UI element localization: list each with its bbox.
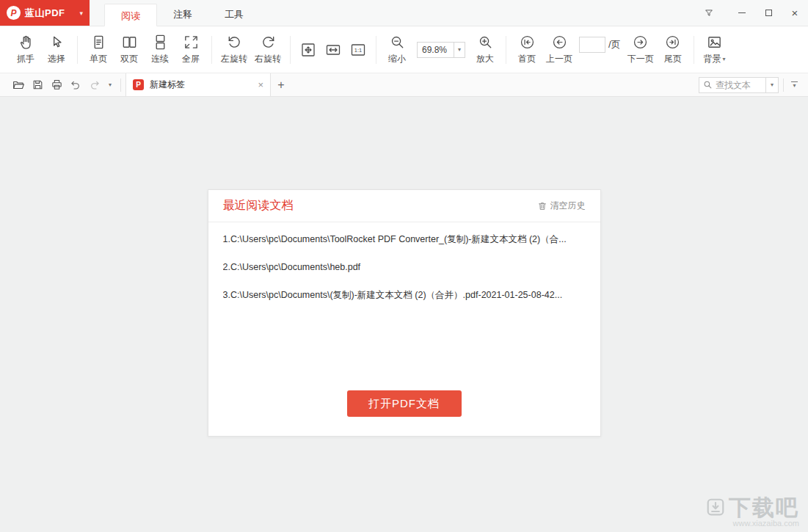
prev-page-button[interactable]: 上一页 xyxy=(542,34,576,65)
fit-width-button[interactable] xyxy=(321,41,346,59)
minimize-button[interactable] xyxy=(729,0,755,26)
watermark-url: www.xiazaiba.com xyxy=(706,519,799,528)
redo-button[interactable] xyxy=(85,73,104,96)
select-tool-label: 选择 xyxy=(48,53,65,65)
app-name: 蓝山PDF xyxy=(25,7,65,20)
toolbar-separator xyxy=(506,36,506,64)
save-button[interactable] xyxy=(28,73,47,96)
close-tab-icon[interactable]: × xyxy=(258,80,263,90)
fit-width-icon xyxy=(324,41,342,59)
prev-page-icon xyxy=(551,34,568,51)
background-image-icon xyxy=(706,34,723,51)
app-logo-button[interactable]: P 蓝山PDF ▾ xyxy=(0,0,90,26)
fit-page-icon xyxy=(299,41,317,59)
hand-tool-button[interactable]: 抓手 xyxy=(10,34,41,65)
continuous-pages-icon xyxy=(152,34,169,51)
app-menu-caret-icon: ▾ xyxy=(79,10,83,17)
first-page-button[interactable]: 首页 xyxy=(512,34,542,65)
clear-history-button[interactable]: 清空历史 xyxy=(537,200,586,212)
one-to-one-text: 1:1 xyxy=(354,47,362,54)
toolbar-separator xyxy=(290,36,291,64)
redo-icon xyxy=(89,79,101,91)
zoom-out-button[interactable]: 缩小 xyxy=(382,34,412,65)
filter-menu-button[interactable] xyxy=(694,0,724,26)
continuous-view-label: 连续 xyxy=(151,53,169,65)
page-number-input[interactable] xyxy=(579,37,605,53)
tabbar-separator xyxy=(120,79,121,92)
double-page-icon xyxy=(121,34,138,51)
fit-page-button[interactable] xyxy=(296,41,321,59)
new-tab-button[interactable]: + xyxy=(271,73,291,96)
titlebar: P 蓝山PDF ▾ 阅读 注释 工具 × xyxy=(0,0,808,26)
rotate-right-button[interactable]: 右旋转 xyxy=(251,34,285,65)
window-controls: × xyxy=(694,0,808,26)
app-logo-icon: P xyxy=(7,6,21,20)
document-tab-bar: ▾ P 新建标签 × + ▾ ▾ xyxy=(0,73,808,97)
single-page-icon xyxy=(90,34,107,51)
site-watermark: 下载吧 www.xiazaiba.com xyxy=(706,496,799,528)
tab-annotate[interactable]: 注释 xyxy=(157,3,208,26)
rotate-right-label: 右旋转 xyxy=(255,53,281,65)
tab-read[interactable]: 阅读 xyxy=(104,4,157,26)
double-page-label: 双页 xyxy=(120,53,138,65)
background-button[interactable]: 背景 ▾ xyxy=(699,34,730,65)
single-page-button[interactable]: 单页 xyxy=(83,34,114,65)
rotate-left-label: 左旋转 xyxy=(221,53,247,65)
fullscreen-label: 全屏 xyxy=(182,53,200,65)
fullscreen-icon xyxy=(183,34,200,51)
close-icon: × xyxy=(792,7,798,18)
last-page-button[interactable]: 尾页 xyxy=(658,34,688,65)
pdf-file-icon: P xyxy=(133,79,144,90)
next-page-button[interactable]: 下一页 xyxy=(624,34,658,65)
close-window-button[interactable]: × xyxy=(782,0,808,26)
ribbon-tabs: 阅读 注释 工具 xyxy=(104,0,260,26)
maximize-icon xyxy=(765,10,772,16)
document-tab[interactable]: P 新建标签 × xyxy=(125,73,271,96)
maximize-button[interactable] xyxy=(755,0,782,26)
rotate-left-icon xyxy=(226,34,243,51)
continuous-view-button[interactable]: 连续 xyxy=(145,34,175,65)
zoom-level-combobox[interactable]: 69.8% ▾ xyxy=(417,42,465,58)
zoom-level-value: 69.8% xyxy=(418,43,454,57)
recent-file-list: 1.C:\Users\pc\Documents\ToolRocket PDF C… xyxy=(208,222,600,300)
save-icon xyxy=(32,79,44,91)
watermark-title: 下载吧 xyxy=(729,496,799,520)
zoom-out-label: 缩小 xyxy=(388,53,406,65)
download-arrow-icon xyxy=(706,498,725,517)
last-page-icon xyxy=(664,34,681,51)
folder-open-icon xyxy=(12,79,25,92)
tab-tools[interactable]: 工具 xyxy=(208,3,260,26)
app-window: P 蓝山PDF ▾ 阅读 注释 工具 × 抓手 选择 xyxy=(0,0,808,532)
actual-size-button[interactable]: 1:1 xyxy=(346,41,371,59)
fullscreen-button[interactable]: 全屏 xyxy=(175,34,206,65)
undo-button[interactable] xyxy=(66,73,85,96)
recent-file-item[interactable]: 3.C:\Users\pc\Documents\(复制)-新建文本文档 (2)（… xyxy=(223,290,586,300)
rotate-left-button[interactable]: 左旋转 xyxy=(217,34,251,65)
search-tools: ▾ ▾ xyxy=(699,73,808,96)
open-pdf-button[interactable]: 打开PDF文档 xyxy=(347,390,462,417)
collapse-toolbar-button[interactable]: ▾ xyxy=(788,81,801,88)
recent-file-item[interactable]: 1.C:\Users\pc\Documents\ToolRocket PDF C… xyxy=(223,234,586,244)
undo-icon xyxy=(70,79,81,91)
select-tool-button[interactable]: 选择 xyxy=(41,34,72,65)
open-file-button[interactable] xyxy=(9,73,28,96)
zoom-caret-icon[interactable]: ▾ xyxy=(454,43,465,57)
single-page-label: 单页 xyxy=(90,53,107,65)
zoom-in-icon xyxy=(477,34,494,51)
search-input[interactable] xyxy=(716,80,761,90)
document-tab-label: 新建标签 xyxy=(150,79,252,91)
more-actions-caret[interactable]: ▾ xyxy=(104,73,116,96)
print-button[interactable] xyxy=(47,73,66,96)
cursor-icon xyxy=(48,34,65,51)
find-text-box[interactable] xyxy=(699,77,766,93)
search-options-caret[interactable]: ▾ xyxy=(766,77,779,93)
zoom-in-button[interactable]: 放大 xyxy=(470,34,501,65)
toolbar-separator xyxy=(77,36,78,64)
document-area: 最近阅读文档 清空历史 1.C:\Users\pc\Documents\Tool… xyxy=(0,97,808,532)
hand-tool-label: 抓手 xyxy=(17,53,34,65)
double-page-button[interactable]: 双页 xyxy=(114,34,145,65)
toolbar-separator xyxy=(211,36,212,64)
next-page-icon xyxy=(632,34,649,51)
recent-file-item[interactable]: 2.C:\Users\pc\Documents\heb.pdf xyxy=(223,262,586,272)
funnel-icon xyxy=(704,8,714,18)
